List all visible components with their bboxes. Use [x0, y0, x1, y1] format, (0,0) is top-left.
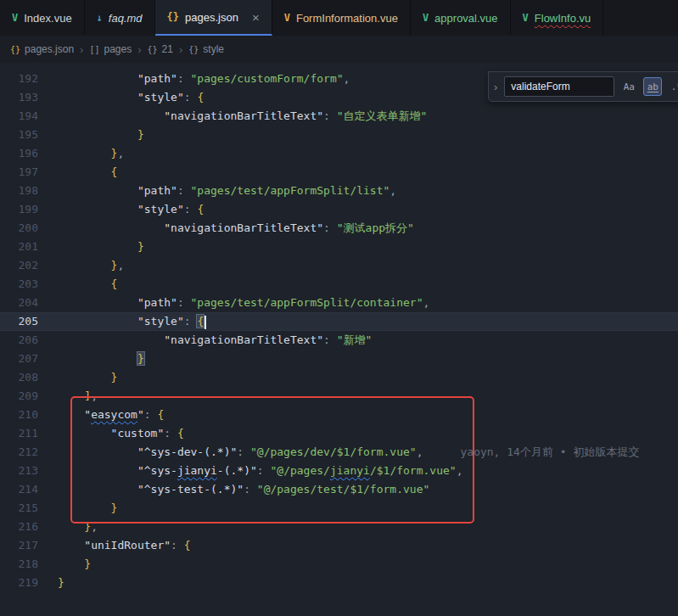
breadcrumb-item-style[interactable]: {}style: [188, 43, 224, 55]
code-line-203[interactable]: 203 {: [0, 275, 678, 294]
code-line-209[interactable]: 209 ],: [0, 387, 678, 406]
line-number[interactable]: 196: [0, 144, 38, 163]
line-number[interactable]: 210: [0, 406, 38, 424]
code-text: },: [38, 256, 124, 275]
find-input[interactable]: [504, 76, 614, 97]
code-line-199[interactable]: 199 "style": {: [0, 200, 678, 219]
text-cursor: [205, 316, 206, 329]
line-number[interactable]: 218: [0, 555, 38, 574]
match-case-toggle[interactable]: Aa: [619, 77, 638, 96]
tab-FormInformation.vue[interactable]: VFormInformation.vue: [272, 0, 411, 36]
tab-faq.md[interactable]: ↓faq.md: [85, 0, 155, 36]
line-number[interactable]: 212: [0, 443, 38, 462]
code-line-194[interactable]: 194 "navigationBarTitleText": "自定义表单新增": [0, 107, 678, 126]
line-number[interactable]: 203: [0, 275, 38, 294]
code-line-218[interactable]: 218 }: [0, 555, 678, 574]
code-text: {: [38, 275, 117, 294]
tab-FlowInfo.vu[interactable]: VFlowInfo.vu: [511, 0, 604, 36]
line-number[interactable]: 200: [0, 219, 38, 238]
code-line-208[interactable]: 208 }: [0, 368, 678, 387]
line-number[interactable]: 198: [0, 182, 38, 200]
code-text: "^sys-jianyi-(.*)": "@/pages/jianyi/$1/f…: [38, 462, 462, 480]
code-text: "^sys-dev-(.*)": "@/pages/dev/$1/form.vu…: [38, 443, 639, 462]
code-line-217[interactable]: 217 "uniIdRouter": {: [0, 536, 678, 555]
line-number[interactable]: 211: [0, 424, 38, 443]
code-text: }: [38, 368, 117, 387]
code-line-207[interactable]: 207 }: [0, 350, 678, 368]
code-lines: 192 "path": "pages/customForm/form",193 …: [0, 70, 678, 592]
code-text: }: [38, 499, 117, 518]
code-line-219[interactable]: 219}: [0, 574, 678, 592]
code-text: },: [38, 518, 98, 536]
code-text: "navigationBarTitleText": "测试app拆分": [38, 219, 414, 238]
breadcrumb-item-pages[interactable]: []pages: [89, 43, 132, 55]
code-line-211[interactable]: 211 "custom": {: [0, 424, 678, 443]
tab-label: Index.vue: [24, 12, 71, 25]
tab-approval.vue[interactable]: Vapproval.vue: [411, 0, 511, 36]
line-number[interactable]: 192: [0, 70, 38, 88]
tab-label: pages.json: [185, 11, 238, 24]
code-text: "path": "pages/customForm/form",: [38, 70, 350, 88]
code-line-216[interactable]: 216 },: [0, 518, 678, 536]
line-number[interactable]: 197: [0, 163, 38, 182]
code-line-198[interactable]: 198 "path": "pages/test/appFormSplit/lis…: [0, 182, 678, 200]
line-number[interactable]: 214: [0, 480, 38, 499]
code-text: {: [38, 163, 117, 182]
line-number[interactable]: 216: [0, 518, 38, 536]
line-number[interactable]: 201: [0, 238, 38, 256]
code-line-197[interactable]: 197 {: [0, 163, 678, 182]
line-number[interactable]: 209: [0, 387, 38, 406]
line-number[interactable]: 217: [0, 536, 38, 555]
line-number[interactable]: 199: [0, 200, 38, 219]
line-number[interactable]: 194: [0, 107, 38, 126]
object-symbol-icon: {}: [188, 45, 199, 54]
breadcrumb-separator: ›: [137, 43, 141, 56]
code-text: "path": "pages/test/appFormSplit/list",: [38, 182, 396, 200]
code-text: "uniIdRouter": {: [38, 536, 191, 555]
line-number[interactable]: 205: [0, 312, 38, 331]
json-file-icon: {}: [10, 45, 20, 54]
code-line-200[interactable]: 200 "navigationBarTitleText": "测试app拆分": [0, 219, 678, 238]
code-line-206[interactable]: 206 "navigationBarTitleText": "新增": [0, 331, 678, 350]
tab-pages.json[interactable]: {}pages.json×: [155, 0, 272, 36]
line-number[interactable]: 213: [0, 462, 38, 480]
code-line-205[interactable]: 205 "style": {: [0, 312, 678, 331]
code-line-195[interactable]: 195 }: [0, 126, 678, 144]
line-number[interactable]: 206: [0, 331, 38, 350]
tab-bar: VIndex.vue↓faq.md{}pages.json×VFormInfor…: [0, 0, 678, 36]
code-line-202[interactable]: 202 },: [0, 256, 678, 275]
regex-toggle[interactable]: .*: [667, 77, 678, 96]
line-number[interactable]: 195: [0, 126, 38, 144]
breadcrumb: {}pages.json›[]pages›{}21›{}style: [0, 36, 678, 63]
tab-label: FormInformation.vue: [296, 12, 398, 25]
line-number[interactable]: 193: [0, 88, 38, 107]
code-line-214[interactable]: 214 "^sys-test-(.*)": "@/pages/test/$1/f…: [0, 480, 678, 499]
git-blame-annotation: yaoyn, 14个月前 • 初始版本提交: [460, 445, 639, 458]
breadcrumb-item-21[interactable]: {}21: [148, 43, 173, 55]
code-line-201[interactable]: 201 }: [0, 238, 678, 256]
line-number[interactable]: 204: [0, 294, 38, 312]
tab-Index.vue[interactable]: VIndex.vue: [0, 0, 85, 36]
code-text: "navigationBarTitleText": "自定义表单新增": [38, 107, 427, 126]
close-icon[interactable]: ×: [252, 11, 260, 24]
line-number[interactable]: 215: [0, 499, 38, 518]
line-number[interactable]: 219: [0, 574, 38, 592]
vue-icon: V: [12, 12, 18, 24]
code-line-213[interactable]: 213 "^sys-jianyi-(.*)": "@/pages/jianyi/…: [0, 462, 678, 480]
code-line-204[interactable]: 204 "path": "pages/test/appFormSplit/con…: [0, 294, 678, 312]
code-text: "style": {: [38, 200, 204, 219]
code-text: "style": {: [38, 312, 206, 331]
breadcrumb-item-pages.json[interactable]: {}pages.json: [10, 43, 74, 55]
code-text: "custom": {: [38, 424, 184, 443]
whole-word-toggle[interactable]: ab: [643, 77, 662, 96]
code-text: ],: [38, 387, 98, 406]
breadcrumb-label: pages: [104, 43, 132, 55]
code-line-215[interactable]: 215 }: [0, 499, 678, 518]
code-line-196[interactable]: 196 },: [0, 144, 678, 163]
line-number[interactable]: 202: [0, 256, 38, 275]
chevron-right-icon[interactable]: ›: [492, 81, 499, 93]
line-number[interactable]: 208: [0, 368, 38, 387]
line-number[interactable]: 207: [0, 350, 38, 368]
code-line-212[interactable]: 212 "^sys-dev-(.*)": "@/pages/dev/$1/for…: [0, 443, 678, 462]
code-line-210[interactable]: 210 "easycom": {: [0, 406, 678, 424]
